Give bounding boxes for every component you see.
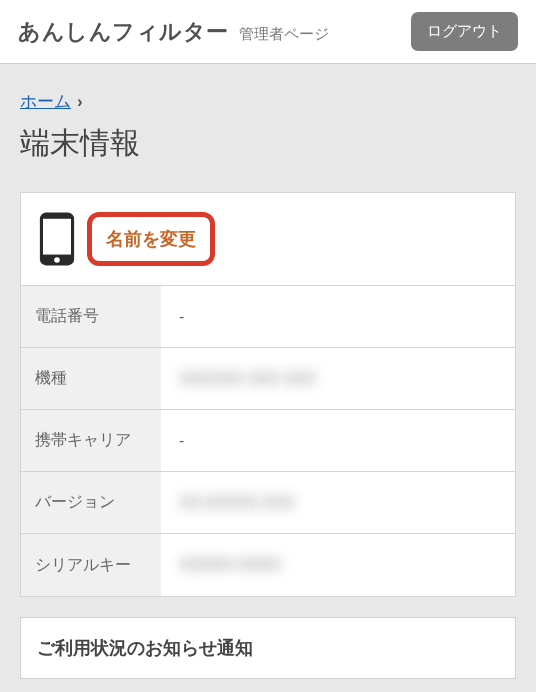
logout-button[interactable]: ログアウト <box>411 12 518 51</box>
svg-point-2 <box>54 257 60 263</box>
info-label: 電話番号 <box>21 286 161 347</box>
page-title: 端末情報 <box>20 123 516 164</box>
brand: あんしんフィルター 管理者ページ <box>18 17 329 47</box>
info-value: - <box>161 410 515 471</box>
info-value: - <box>161 286 515 347</box>
rename-link[interactable]: 名前を変更 <box>106 227 196 251</box>
rename-highlight: 名前を変更 <box>87 212 215 266</box>
breadcrumb-home-link[interactable]: ホーム <box>20 90 71 113</box>
device-header: 名前を変更 <box>21 193 515 286</box>
info-row: 機種XXXXXX XXX XXX <box>21 348 515 410</box>
info-label: バージョン <box>21 472 161 533</box>
notice-title: ご利用状況のお知らせ通知 <box>37 638 253 658</box>
content: ホーム › 端末情報 名前を変更 電話番号-機種XXXXXX XXX XXX携帯… <box>0 64 536 692</box>
breadcrumb-separator: › <box>77 92 83 112</box>
app-header: あんしんフィルター 管理者ページ ログアウト <box>0 0 536 64</box>
info-value: XXXXX-XXXX <box>161 534 515 596</box>
phone-icon <box>37 211 77 267</box>
svg-rect-1 <box>43 219 71 255</box>
info-row: 電話番号- <box>21 286 515 348</box>
info-row: バージョンXX.XXXXX.XXX <box>21 472 515 534</box>
notice-card: ご利用状況のお知らせ通知 <box>20 617 516 679</box>
info-value: XX.XXXXX.XXX <box>161 472 515 533</box>
device-info-card: 名前を変更 電話番号-機種XXXXXX XXX XXX携帯キャリア-バージョンX… <box>20 192 516 597</box>
brand-logo: あんしんフィルター <box>18 17 229 47</box>
info-label: 機種 <box>21 348 161 409</box>
breadcrumb: ホーム › <box>20 90 516 113</box>
brand-subtitle: 管理者ページ <box>239 25 329 44</box>
info-label: 携帯キャリア <box>21 410 161 471</box>
info-label: シリアルキー <box>21 534 161 596</box>
info-value: XXXXXX XXX XXX <box>161 348 515 409</box>
info-row: シリアルキーXXXXX-XXXX <box>21 534 515 596</box>
info-row: 携帯キャリア- <box>21 410 515 472</box>
